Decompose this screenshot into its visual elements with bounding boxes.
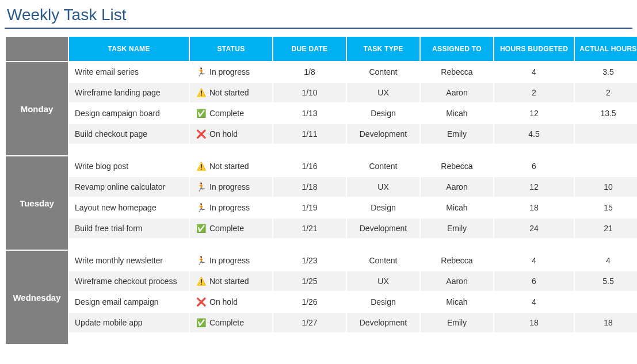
- cell-task[interactable]: Layout new homepage: [68, 197, 189, 218]
- table-row[interactable]: Design email campaign❌On hold1/26DesignM…: [5, 292, 637, 312]
- cell-status[interactable]: ✅Complete: [189, 103, 273, 124]
- cell-task[interactable]: Write monthly newsletter: [68, 250, 189, 271]
- table-row[interactable]: Wireframe landing page⚠️Not started1/10U…: [5, 82, 637, 103]
- header-status[interactable]: STATUS: [189, 36, 273, 62]
- cell-type[interactable]: Development: [346, 218, 420, 239]
- cell-status[interactable]: ⚠️Not started: [189, 156, 273, 177]
- cell-assigned[interactable]: Aaron: [420, 177, 494, 197]
- cell-due[interactable]: 1/26: [273, 292, 346, 312]
- cell-status[interactable]: 🏃In progress: [189, 197, 273, 218]
- cell-budget[interactable]: 6: [494, 156, 574, 177]
- cell-task[interactable]: Write email series: [68, 62, 189, 82]
- cell-assigned[interactable]: Micah: [420, 197, 494, 218]
- cell-type[interactable]: Content: [346, 250, 420, 271]
- cell-actual[interactable]: 15: [574, 197, 637, 218]
- cell-type[interactable]: UX: [346, 271, 420, 292]
- cell-actual[interactable]: 5.5: [574, 271, 637, 292]
- cell-budget[interactable]: 18: [494, 197, 574, 218]
- cell-due[interactable]: 1/23: [273, 250, 346, 271]
- table-row[interactable]: TuesdayWrite blog post⚠️Not started1/16C…: [5, 156, 637, 177]
- cell-task[interactable]: Build free trial form: [68, 218, 189, 239]
- cell-assigned[interactable]: Aaron: [420, 82, 494, 103]
- cell-due[interactable]: 1/27: [273, 312, 346, 333]
- cell-budget[interactable]: 12: [494, 177, 574, 197]
- cell-status[interactable]: ❌On hold: [189, 124, 273, 144]
- cell-budget[interactable]: 6: [494, 271, 574, 292]
- cell-actual[interactable]: 18: [574, 312, 637, 333]
- cell-status[interactable]: 🏃In progress: [189, 250, 273, 271]
- cell-assigned[interactable]: Emily: [420, 218, 494, 239]
- header-actual[interactable]: ACTUAL HOURS: [574, 36, 637, 62]
- header-type[interactable]: TASK TYPE: [346, 36, 420, 62]
- cell-budget[interactable]: 4: [494, 292, 574, 312]
- header-task[interactable]: TASK NAME: [68, 36, 189, 62]
- cell-assigned[interactable]: Micah: [420, 103, 494, 124]
- cell-assigned[interactable]: Emily: [420, 124, 494, 144]
- table-row[interactable]: Layout new homepage🏃In progress1/19Desig…: [5, 197, 637, 218]
- cell-status[interactable]: 🏃In progress: [189, 62, 273, 82]
- cell-budget[interactable]: 18: [494, 312, 574, 333]
- header-assigned[interactable]: ASSIGNED TO: [420, 36, 494, 62]
- table-row[interactable]: Wireframe checkout process⚠️Not started1…: [5, 271, 637, 292]
- cell-due[interactable]: 1/8: [273, 62, 346, 82]
- cell-type[interactable]: Content: [346, 62, 420, 82]
- header-due[interactable]: DUE DATE: [273, 36, 346, 62]
- cell-due[interactable]: 1/10: [273, 82, 346, 103]
- cell-actual[interactable]: 21: [574, 218, 637, 239]
- cell-actual[interactable]: 4: [574, 250, 637, 271]
- cell-type[interactable]: Design: [346, 103, 420, 124]
- cell-task[interactable]: Design email campaign: [68, 292, 189, 312]
- cell-status[interactable]: ⚠️Not started: [189, 271, 273, 292]
- cell-budget[interactable]: 12: [494, 103, 574, 124]
- table-row[interactable]: Build checkout page❌On hold1/11Developme…: [5, 124, 637, 144]
- cell-due[interactable]: 1/16: [273, 156, 346, 177]
- cell-actual[interactable]: 2: [574, 82, 637, 103]
- cell-assigned[interactable]: Aaron: [420, 271, 494, 292]
- table-row[interactable]: Build free trial form✅Complete1/21Develo…: [5, 218, 637, 239]
- cell-due[interactable]: 1/19: [273, 197, 346, 218]
- cell-status[interactable]: ❌On hold: [189, 292, 273, 312]
- cell-budget[interactable]: 24: [494, 218, 574, 239]
- cell-budget[interactable]: 2: [494, 82, 574, 103]
- table-row[interactable]: Update mobile app✅Complete1/27Developmen…: [5, 312, 637, 333]
- cell-actual[interactable]: [574, 124, 637, 144]
- cell-assigned[interactable]: Micah: [420, 292, 494, 312]
- cell-type[interactable]: UX: [346, 82, 420, 103]
- cell-status[interactable]: 🏃In progress: [189, 177, 273, 197]
- cell-actual[interactable]: [574, 292, 637, 312]
- cell-budget[interactable]: 4.5: [494, 124, 574, 144]
- cell-task[interactable]: Build checkout page: [68, 124, 189, 144]
- cell-status[interactable]: ✅Complete: [189, 218, 273, 239]
- cell-actual[interactable]: 3.5: [574, 62, 637, 82]
- cell-actual[interactable]: 13.5: [574, 103, 637, 124]
- table-row[interactable]: MondayWrite email series🏃In progress1/8C…: [5, 62, 637, 82]
- table-row[interactable]: WednesdayWrite monthly newsletter🏃In pro…: [5, 250, 637, 271]
- cell-actual[interactable]: 10: [574, 177, 637, 197]
- cell-assigned[interactable]: Rebecca: [420, 250, 494, 271]
- cell-type[interactable]: Development: [346, 124, 420, 144]
- cell-status[interactable]: ⚠️Not started: [189, 82, 273, 103]
- cell-task[interactable]: Wireframe landing page: [68, 82, 189, 103]
- cell-task[interactable]: Revamp online calculator: [68, 177, 189, 197]
- cell-due[interactable]: 1/11: [273, 124, 346, 144]
- cell-type[interactable]: Design: [346, 197, 420, 218]
- cell-task[interactable]: Write blog post: [68, 156, 189, 177]
- cell-budget[interactable]: 4: [494, 62, 574, 82]
- cell-type[interactable]: Design: [346, 292, 420, 312]
- cell-due[interactable]: 1/13: [273, 103, 346, 124]
- cell-assigned[interactable]: Rebecca: [420, 156, 494, 177]
- cell-due[interactable]: 1/18: [273, 177, 346, 197]
- cell-task[interactable]: Update mobile app: [68, 312, 189, 333]
- cell-actual[interactable]: [574, 156, 637, 177]
- cell-type[interactable]: UX: [346, 177, 420, 197]
- header-budget[interactable]: HOURS BUDGETED: [494, 36, 574, 62]
- cell-task[interactable]: Design campaign board: [68, 103, 189, 124]
- table-row[interactable]: Revamp online calculator🏃In progress1/18…: [5, 177, 637, 197]
- cell-type[interactable]: Development: [346, 312, 420, 333]
- table-row[interactable]: Design campaign board✅Complete1/13Design…: [5, 103, 637, 124]
- cell-budget[interactable]: 4: [494, 250, 574, 271]
- cell-assigned[interactable]: Rebecca: [420, 62, 494, 82]
- cell-status[interactable]: ✅Complete: [189, 312, 273, 333]
- cell-type[interactable]: Content: [346, 156, 420, 177]
- cell-assigned[interactable]: Emily: [420, 312, 494, 333]
